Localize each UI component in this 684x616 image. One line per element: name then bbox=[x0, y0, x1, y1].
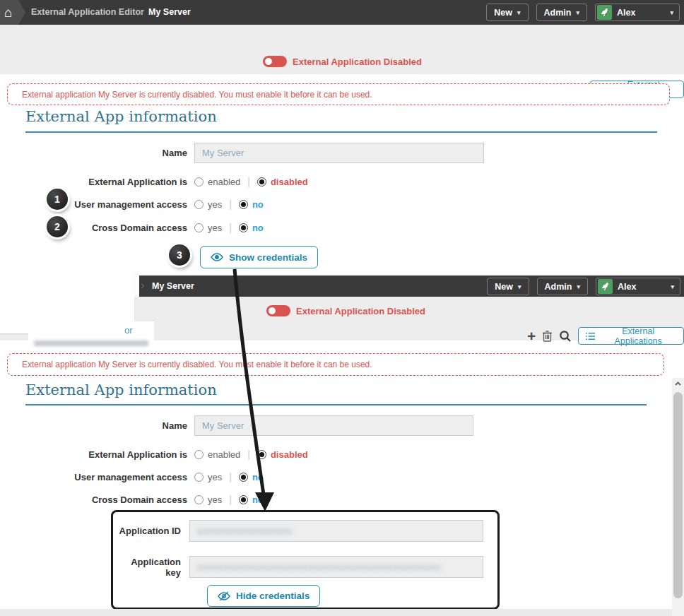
status-bar-1: External Application Disabled External A… bbox=[0, 25, 684, 74]
show-credentials-label: Show credentials bbox=[229, 252, 307, 263]
user-menu-button[interactable]: Alex ▾ bbox=[595, 4, 680, 21]
name-value: My Server bbox=[202, 420, 244, 431]
delete-button[interactable] bbox=[542, 330, 553, 342]
external-applications-label: External Applications bbox=[600, 326, 676, 346]
chevron-down-icon: ▾ bbox=[577, 283, 580, 290]
name-row: Name My Server bbox=[0, 415, 473, 436]
option-divider: | bbox=[229, 222, 232, 233]
enabled-option-label: enabled bbox=[208, 177, 240, 187]
page: ⌂ External Application Editor › My Serve… bbox=[0, 0, 684, 616]
eye-icon bbox=[211, 253, 223, 261]
option-divider: | bbox=[229, 494, 232, 505]
disabled-alert: External application My Server is curren… bbox=[7, 83, 670, 105]
name-row: Name My Server bbox=[0, 143, 484, 163]
breadcrumb-separator-icon: › bbox=[138, 0, 143, 23]
chevron-down-icon: ▾ bbox=[671, 283, 674, 290]
cross-domain-label: Cross Domain access bbox=[0, 494, 194, 505]
navbar-actions: New ▾ Admin ▾ Alex ▾ bbox=[486, 4, 680, 21]
new-menu-button[interactable]: New ▾ bbox=[487, 278, 529, 295]
screenshot-1: ⌂ External Application Editor › My Serve… bbox=[0, 0, 684, 276]
app-id-row: Application ID xxxxxxxxxxxxxxxxxx bbox=[113, 520, 483, 542]
state-row: External Application is enabled | disabl… bbox=[0, 449, 308, 460]
vertical-scrollbar[interactable] bbox=[672, 378, 684, 616]
user-name: Alex bbox=[618, 282, 636, 292]
radio-cross-domain-no[interactable] bbox=[239, 495, 248, 504]
name-label: Name bbox=[0, 420, 194, 431]
disabled-option-label: disabled bbox=[271, 177, 308, 187]
user-mgmt-row: User management access yes | no bbox=[0, 471, 264, 482]
radio-user-mgmt-no[interactable] bbox=[239, 473, 248, 482]
home-button[interactable]: ⌂ bbox=[0, 0, 25, 25]
application-id-input[interactable]: xxxxxxxxxxxxxxxxxx bbox=[189, 520, 483, 542]
radio-disabled[interactable] bbox=[257, 450, 266, 459]
section-divider bbox=[25, 404, 647, 405]
no-option-label: no bbox=[252, 494, 264, 505]
option-divider: | bbox=[247, 449, 250, 460]
user-name: Alex bbox=[617, 8, 635, 18]
radio-disabled[interactable] bbox=[257, 177, 266, 186]
new-menu-button[interactable]: New ▾ bbox=[486, 4, 528, 21]
application-key-input[interactable]: xxxxxxxxxxxxxxxxxxxxxxxxxxxxxxxxxxxxxxxx… bbox=[189, 556, 483, 578]
admin-menu-button[interactable]: Admin ▾ bbox=[537, 278, 588, 295]
state-label: External Application is bbox=[0, 449, 194, 460]
top-navbar-2: › My Server New ▾ Admin ▾ Alex ▾ bbox=[139, 276, 684, 297]
name-input[interactable]: My Server bbox=[194, 143, 484, 163]
enabled-option-label: enabled bbox=[208, 449, 240, 460]
disabled-toggle-banner: External Application Disabled bbox=[266, 305, 425, 316]
callout-badge-2: 2 bbox=[47, 216, 68, 237]
chevron-up-icon bbox=[675, 381, 681, 386]
admin-menu-label: Admin bbox=[545, 282, 572, 292]
radio-user-mgmt-yes[interactable] bbox=[194, 473, 204, 482]
breadcrumb-root[interactable]: External Application Editor bbox=[31, 0, 144, 25]
new-menu-label: New bbox=[495, 282, 513, 292]
home-icon: ⌂ bbox=[4, 6, 12, 19]
radio-enabled[interactable] bbox=[194, 177, 204, 186]
radio-enabled[interactable] bbox=[194, 450, 204, 459]
eye-slash-icon bbox=[218, 591, 230, 601]
name-value: My Server bbox=[202, 148, 244, 158]
show-credentials-button[interactable]: Show credentials bbox=[200, 246, 318, 268]
section-divider bbox=[25, 131, 657, 133]
disabled-alert: External application My Server is curren… bbox=[7, 353, 664, 376]
screenshot-2: › My Server New ▾ Admin ▾ Alex ▾ bbox=[0, 276, 684, 616]
redacted-text bbox=[34, 340, 148, 346]
toggle-off-icon[interactable] bbox=[263, 56, 287, 67]
toolbar-2: + External Applications bbox=[527, 327, 684, 345]
scroll-up-button[interactable] bbox=[672, 378, 684, 389]
name-label: Name bbox=[0, 148, 194, 158]
avatar bbox=[598, 279, 613, 294]
tab-external-application-editor-partial[interactable]: or bbox=[28, 321, 154, 348]
search-button[interactable] bbox=[559, 330, 572, 343]
new-menu-label: New bbox=[494, 8, 512, 18]
name-input[interactable]: My Server bbox=[194, 415, 473, 436]
disabled-toggle-banner: External Application Disabled bbox=[263, 56, 422, 67]
option-divider: | bbox=[247, 176, 250, 187]
toggle-off-icon[interactable] bbox=[266, 305, 290, 316]
yes-option-label: yes bbox=[208, 199, 222, 210]
disabled-option-label: disabled bbox=[271, 449, 308, 460]
hide-credentials-button[interactable]: Hide credentials bbox=[207, 585, 320, 607]
search-icon bbox=[559, 330, 572, 343]
breadcrumb-current: My Server bbox=[152, 276, 194, 297]
admin-menu-button[interactable]: Admin ▾ bbox=[536, 4, 587, 21]
user-menu-button[interactable]: Alex ▾ bbox=[596, 278, 680, 295]
disabled-alert-text: External application My Server is curren… bbox=[22, 360, 372, 369]
scrollbar-thumb[interactable] bbox=[673, 392, 683, 598]
application-key-redacted: xxxxxxxxxxxxxxxxxxxxxxxxxxxxxxxxxxxxxxxx… bbox=[197, 562, 441, 572]
disabled-banner-label: External Application Disabled bbox=[293, 57, 422, 67]
callout-badge-3: 3 bbox=[169, 244, 190, 266]
radio-cross-domain-yes[interactable] bbox=[194, 223, 204, 232]
cross-domain-label: Cross Domain access bbox=[0, 223, 194, 233]
yes-option-label: yes bbox=[208, 223, 222, 233]
bird-icon bbox=[600, 281, 611, 292]
list-icon bbox=[586, 332, 595, 340]
hide-credentials-label: Hide credentials bbox=[236, 591, 309, 601]
add-button[interactable]: + bbox=[527, 328, 536, 343]
radio-user-mgmt-no[interactable] bbox=[239, 200, 248, 209]
radio-cross-domain-yes[interactable] bbox=[194, 495, 204, 504]
user-mgmt-row: User management access yes | no bbox=[0, 199, 264, 210]
radio-user-mgmt-yes[interactable] bbox=[194, 200, 204, 209]
external-applications-button[interactable]: External Applications bbox=[578, 327, 684, 345]
radio-cross-domain-no[interactable] bbox=[239, 223, 248, 232]
breadcrumb-current: My Server bbox=[148, 0, 191, 25]
